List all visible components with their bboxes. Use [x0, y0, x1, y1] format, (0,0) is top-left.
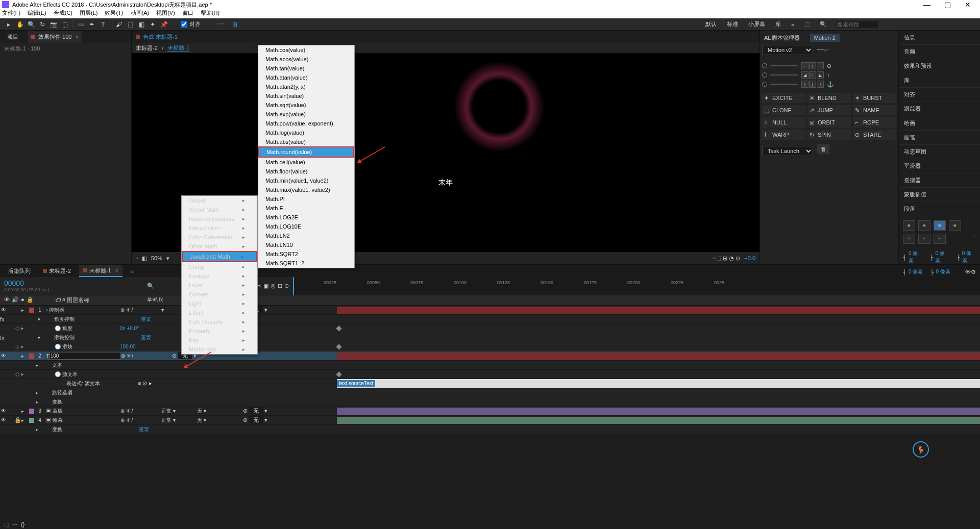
text-tool[interactable]: T	[99, 20, 108, 29]
time-offset[interactable]: +0.0	[744, 255, 755, 261]
hand-tool[interactable]: ✋	[15, 20, 24, 29]
menu-item-math[interactable]: Math.LN2	[258, 231, 354, 240]
timeline-row[interactable]: ▸变换重置	[0, 425, 980, 434]
menu-item-other-math[interactable]: Other Math▸	[182, 242, 257, 251]
timeline-row[interactable]: ▸变换	[0, 397, 980, 407]
align-right-icon[interactable]: ≡	[934, 220, 946, 231]
align-j4-icon[interactable]: ≡	[934, 234, 946, 244]
tl-icon4[interactable]: ◎	[271, 283, 276, 289]
tab-render-queue[interactable]: 渲染队列	[4, 266, 35, 276]
align-j2-icon[interactable]: ≡	[903, 234, 915, 244]
snap-tool[interactable]: ⊞	[230, 20, 239, 29]
pen-tool[interactable]: ✒	[87, 20, 96, 29]
trash-icon[interactable]: 🗑	[817, 144, 829, 154]
footer-icon-1[interactable]: ▫	[136, 255, 138, 261]
panel-摇摆器[interactable]: 摇摆器	[899, 173, 980, 188]
search-input[interactable]	[837, 21, 878, 28]
menu-item-layer[interactable]: Layer▸	[182, 281, 257, 290]
comp-tab[interactable]: 合成 未标题-1	[143, 33, 178, 41]
align-left-icon[interactable]: ≡	[903, 220, 915, 231]
menu-item-property[interactable]: Property▸	[182, 326, 257, 336]
menu-item-random-numbers[interactable]: Random Numbers▸	[182, 214, 257, 223]
tl-brace-icon[interactable]: {}	[21, 521, 24, 528]
menu-help[interactable]: 帮助(H)	[201, 9, 219, 18]
menu-comp[interactable]: 合成(C)	[54, 9, 72, 18]
panel-平滑器[interactable]: 平滑器	[899, 159, 980, 173]
footer-icon-2[interactable]: ◧	[142, 255, 147, 262]
panel-画笔[interactable]: 画笔	[899, 131, 980, 145]
motion-tool-burst[interactable]: ✶BURST	[853, 93, 896, 103]
panel-蒙版插值[interactable]: 蒙版插值	[899, 188, 980, 202]
roto-tool[interactable]: ✦	[148, 20, 157, 29]
menu-item-math[interactable]: Math.exp(value)	[258, 110, 354, 119]
workspace-box-icon[interactable]: ⬚	[804, 21, 810, 28]
motion-tool-jump[interactable]: ↗JUMP	[807, 105, 851, 115]
tab-close-icon[interactable]: ×	[76, 34, 79, 40]
menu-item-math[interactable]: Math.abs(value)	[258, 137, 354, 146]
menu-item-math[interactable]: Math.SQRT2	[258, 249, 354, 259]
timeline-row[interactable]: 👁🔒▸4▣ 帷幕⊕ ✳ /正常 ▾无 ▾⊘ 无 ▾	[0, 416, 980, 425]
motion-tool-spin[interactable]: ↻SPIN	[807, 130, 851, 140]
timeline-ruler[interactable]: 0002500050000750010000125001500017500200…	[293, 277, 980, 295]
menu-item-javascript-math[interactable]: JavaScript Math▸	[182, 251, 257, 262]
timeline-row[interactable]: ◇ ▸🕐 滑块100.00	[0, 342, 980, 351]
rotate-tool[interactable]: ↻	[38, 20, 47, 29]
timeline-row[interactable]: fx▾角度控制重置	[0, 315, 980, 324]
menu-item-math[interactable]: Math.floor(value)	[258, 167, 354, 176]
menu-item-vector-math[interactable]: Vector Math▸	[182, 205, 257, 214]
motion-tool-blend[interactable]: ※BLEND	[807, 93, 851, 103]
motion-tool-clone[interactable]: ⬚CLONE	[762, 105, 805, 115]
menu-item-math[interactable]: Math.pow(value, exponent)	[258, 119, 354, 128]
motion-dropdown[interactable]: Motion v2	[762, 45, 813, 55]
panel-效果和预设[interactable]: 效果和预设	[899, 59, 980, 73]
panel-音频[interactable]: 音频	[899, 45, 980, 59]
menu-layer[interactable]: 图层(L)	[80, 9, 97, 18]
crumb-2[interactable]: 未标题-1	[167, 44, 189, 52]
panel-动态草图[interactable]: 动态草图	[899, 145, 980, 159]
motion-tool-name[interactable]: ✎NAME	[853, 105, 896, 115]
menu-item-math[interactable]: Math.round(value)	[258, 146, 354, 158]
wave-icon[interactable]: 〰〰	[817, 47, 828, 53]
timecode[interactable]: 00000	[4, 279, 139, 287]
tl-icon6[interactable]: ⊙	[284, 283, 289, 289]
tab-motion2[interactable]: Motion 2	[810, 34, 840, 42]
workspace-more-icon[interactable]: »	[791, 21, 794, 28]
menu-item-effect[interactable]: Effect▸	[182, 308, 257, 317]
motion-tool-excite[interactable]: ✦EXCITE	[762, 93, 805, 103]
zoom-dropdown[interactable]: 50%	[151, 255, 162, 261]
close-button[interactable]: ✕	[958, 1, 978, 9]
motion-tool-rope[interactable]: ⌐ROPE	[853, 117, 896, 128]
motion-tool-null[interactable]: ○NULL	[762, 117, 805, 128]
tl-icon3[interactable]: ▣	[263, 283, 268, 289]
workspace-standard[interactable]: 标准	[727, 20, 738, 28]
menu-file[interactable]: 文件(F)	[2, 9, 20, 18]
eraser-tool[interactable]: ◧	[137, 20, 146, 29]
menu-item-math[interactable]: Math.PI	[258, 194, 354, 204]
move-icon[interactable]: ↕	[827, 72, 830, 78]
tl-graph-icon[interactable]: 〰	[12, 521, 18, 528]
menu-item-math[interactable]: Math.LOG10E	[258, 222, 354, 231]
menu-animation[interactable]: 动画(A)	[131, 9, 150, 18]
menu-item-light[interactable]: Light▸	[182, 299, 257, 308]
menu-item-interpolation[interactable]: Interpolation▸	[182, 223, 257, 233]
anchor2-icon[interactable]: ⚓	[827, 81, 834, 88]
menu-item-math[interactable]: Math.ceil(value)	[258, 158, 354, 167]
menu-item-math[interactable]: Math.cos(value)	[258, 45, 354, 55]
menu-window[interactable]: 窗口	[182, 9, 193, 18]
eye-icon[interactable]: 👁⚙	[965, 269, 976, 275]
menu-edit[interactable]: 编辑(E)	[28, 9, 46, 18]
timeline-row[interactable]: 表达式: 源文本≡ ⊘ ▸text.sourceText	[0, 379, 980, 388]
align-j3-icon[interactable]: ≡	[918, 234, 930, 244]
menu-item-math[interactable]: Math.max(value1, value2)	[258, 185, 354, 194]
crumb-1[interactable]: 未标题-2	[136, 44, 158, 52]
menu-item-math[interactable]: Math.LN10	[258, 240, 354, 249]
motion-tool-orbit[interactable]: ◎ORBIT	[807, 117, 851, 128]
menu-item-math[interactable]: Math.log(value)	[258, 128, 354, 137]
minimize-button[interactable]: —	[917, 1, 937, 9]
anchor-icon[interactable]: ⊙	[827, 63, 831, 69]
timeline-row[interactable]: ◇ ▸🕐 角度0x +0.0°	[0, 324, 980, 333]
align-j1-icon[interactable]: ≡	[949, 220, 961, 231]
panel-段落[interactable]: 段落	[899, 202, 980, 216]
timeline-row[interactable]: 👁▸1▫ 控制器⊕ ✳ / ▾无 ▾⊘ 无 ▾	[0, 306, 980, 315]
panel-跟踪器[interactable]: 跟踪器	[899, 102, 980, 116]
